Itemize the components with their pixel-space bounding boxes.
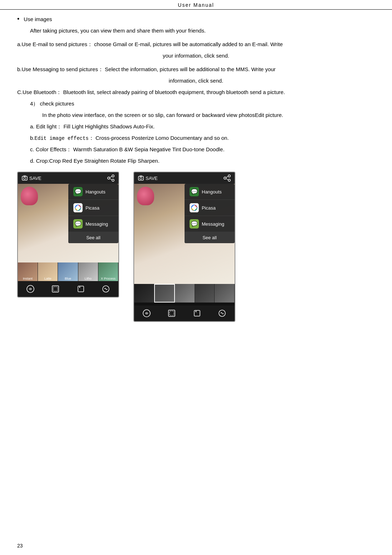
svg-point-19 bbox=[228, 179, 230, 181]
phone2-hangouts-icon: 💬 bbox=[190, 187, 199, 196]
para-photo-view: In the photo view interface, on the scre… bbox=[42, 111, 375, 119]
svg-line-7 bbox=[110, 179, 112, 180]
phone1-hangouts[interactable]: 💬 Hangouts bbox=[68, 184, 118, 200]
svg-rect-25 bbox=[170, 311, 174, 315]
para-messaging-line2: information, click send. bbox=[17, 77, 375, 85]
svg-rect-11 bbox=[53, 287, 58, 291]
phone2-bottom-bar bbox=[134, 305, 235, 321]
para-messaging-line1: b.Use Messaging to send pictures： Select… bbox=[17, 65, 375, 74]
phone2-dropdown: 💬 Hangouts Picasa 💬 Messaging S bbox=[185, 184, 235, 243]
page-header: User Manual bbox=[0, 0, 392, 10]
phone1-bottom-bar bbox=[18, 281, 118, 297]
phone1-crop-icon[interactable] bbox=[50, 284, 60, 294]
svg-point-15 bbox=[140, 177, 142, 180]
phone2-picasa-icon bbox=[190, 203, 199, 212]
filmstrip-blue: Blue bbox=[58, 262, 78, 281]
phone2-tune-icon[interactable] bbox=[217, 308, 227, 318]
svg-line-6 bbox=[110, 176, 112, 178]
bullet-label: Use images bbox=[24, 16, 52, 22]
phone2-hangouts[interactable]: 💬 Hangouts bbox=[185, 184, 235, 200]
phone1-filmstrip: Instant Latte Blue Litho X Process bbox=[18, 262, 118, 281]
svg-point-18 bbox=[224, 177, 226, 179]
phone2-messaging[interactable]: 💬 Messaging bbox=[185, 216, 235, 232]
svg-point-4 bbox=[108, 177, 110, 179]
phone1-camera-icon bbox=[21, 175, 28, 181]
phone2-thumb3 bbox=[175, 284, 195, 303]
phone1-tune-icon[interactable] bbox=[101, 284, 111, 294]
para-color-effects: c. Color Effects： Warmth Saturation B &W… bbox=[30, 145, 375, 154]
para-after-pictures: After taking pictures, you can view them… bbox=[30, 26, 375, 35]
para-check-pictures: 4） check pictures bbox=[30, 99, 375, 108]
svg-rect-14 bbox=[138, 176, 143, 180]
svg-point-5 bbox=[112, 179, 114, 181]
phone1-photo: 💬 Hangouts Picasa 💬 Messaging S bbox=[18, 184, 118, 262]
images-row: SAVE 💬 Hangouts bbox=[17, 172, 375, 322]
phone2-rotate-icon[interactable] bbox=[192, 308, 202, 318]
phone2-thumb4 bbox=[195, 284, 215, 303]
phone-mockup-2: SAVE 💬 Hangouts bbox=[133, 172, 235, 322]
phone1-effects-icon[interactable] bbox=[25, 284, 35, 294]
para-bluetooth: C.Use Bluetooth： Bluetooth list, select … bbox=[17, 88, 375, 97]
filmstrip-instant: Instant bbox=[18, 262, 38, 281]
phone2-see-all[interactable]: See all bbox=[185, 232, 235, 243]
header-text: User Manual bbox=[178, 2, 214, 8]
phone2-thumb5 bbox=[215, 284, 235, 303]
phone1-top-bar: SAVE bbox=[18, 172, 118, 184]
phone1-save: SAVE bbox=[21, 175, 41, 181]
phone2-messaging-icon: 💬 bbox=[190, 219, 199, 229]
phone2-thumb2 bbox=[154, 284, 175, 303]
svg-point-3 bbox=[112, 175, 114, 177]
bullet-use-images: • Use images bbox=[17, 16, 375, 23]
picasa-icon bbox=[73, 203, 83, 212]
phone2-effects-icon[interactable] bbox=[142, 308, 152, 318]
phone2-save: SAVE bbox=[138, 175, 158, 181]
phone1-picasa[interactable]: Picasa bbox=[68, 200, 118, 216]
phone2-thumb1 bbox=[134, 284, 154, 303]
para-image-effects: b.Edit image effects： Cross-process Post… bbox=[30, 134, 375, 142]
page-number: 23 bbox=[17, 543, 23, 549]
para-crop: d. Crop:Crop Red Eye Straighten Rotate F… bbox=[30, 157, 375, 165]
hangouts-icon: 💬 bbox=[73, 187, 83, 196]
main-content: • Use images After taking pictures, you … bbox=[0, 10, 392, 340]
para-email-line1: a.Use E-mail to send pictures： choose Gm… bbox=[17, 40, 375, 49]
phone-mockup-1: SAVE 💬 Hangouts bbox=[17, 172, 119, 298]
svg-point-17 bbox=[228, 175, 230, 177]
svg-line-21 bbox=[226, 179, 228, 180]
phone2-share-icon bbox=[223, 174, 231, 182]
phone1-share-icon bbox=[107, 174, 115, 182]
bullet-dot: • bbox=[17, 15, 19, 23]
phone2-picasa[interactable]: Picasa bbox=[185, 200, 235, 216]
para-email-line2: your information, click send. bbox=[17, 51, 375, 60]
phone1-dropdown: 💬 Hangouts Picasa 💬 Messaging S bbox=[68, 184, 118, 243]
phone1-messaging[interactable]: 💬 Messaging bbox=[68, 216, 118, 232]
phone2-top-bar: SAVE bbox=[134, 172, 235, 184]
phone1-rotate-icon[interactable] bbox=[76, 284, 86, 294]
phone1-see-all[interactable]: See all bbox=[68, 232, 118, 243]
phone2-photo: 💬 Hangouts Picasa 💬 Messaging S bbox=[134, 184, 235, 284]
svg-line-20 bbox=[226, 176, 228, 178]
filmstrip-latte: Latte bbox=[38, 262, 58, 281]
filmstrip-xprocess: X Process bbox=[98, 262, 118, 281]
phone2-filmstrip bbox=[134, 284, 235, 305]
svg-rect-26 bbox=[194, 310, 200, 316]
phone2-camera-icon bbox=[138, 175, 144, 181]
svg-rect-12 bbox=[78, 286, 84, 292]
messaging-icon: 💬 bbox=[73, 219, 83, 229]
svg-point-1 bbox=[24, 177, 26, 180]
svg-rect-0 bbox=[22, 176, 27, 180]
phone2-pink-object bbox=[137, 187, 154, 205]
para-edit-light: a. Edit light： Fill Light Highlights Sha… bbox=[30, 122, 375, 131]
phone1-pink-object bbox=[21, 187, 38, 205]
filmstrip-litho: Litho bbox=[78, 262, 98, 281]
phone2-crop-icon[interactable] bbox=[167, 308, 177, 318]
